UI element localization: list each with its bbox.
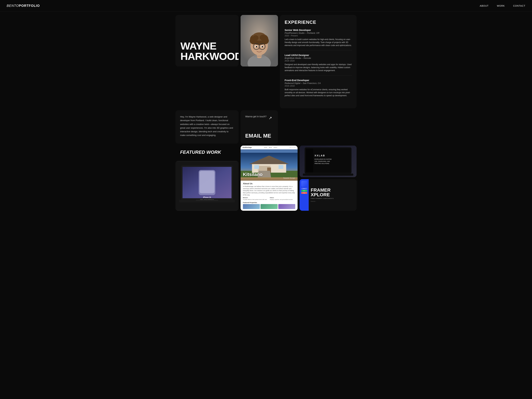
hero-name-line2: HARKWOOD <box>180 51 239 62</box>
featured-properties-label: Featured Properties <box>243 202 295 203</box>
hero-name: WAYNE HARKWOOD <box>180 41 239 62</box>
realestate-mission: Mission To guide clients to their perfec… <box>243 197 268 200</box>
svg-point-15 <box>256 46 257 48</box>
bio-card: Hey, I'm Wayne Harkwood, a web designer … <box>176 110 239 144</box>
logo-italic-part: BENTO <box>7 4 19 7</box>
svg-point-8 <box>253 35 259 41</box>
email-label[interactable]: EMAIL ME <box>245 133 273 139</box>
email-card-top: Wanna get in touch? ↗ <box>245 115 273 121</box>
realestate-nav-home: Home <box>264 147 267 148</box>
exp-3-company: Redwood Digital – San Francisco, CA <box>285 82 352 84</box>
realestate-nav-about: About <box>269 147 272 148</box>
exp-1-desc: Led a team to build custom websites for … <box>285 38 352 47</box>
exp-2-dates: 2018–2020 <box>285 60 352 62</box>
svg-rect-46 <box>306 149 313 172</box>
svg-text:iPhone 16: iPhone 16 <box>203 196 211 198</box>
nav-work[interactable]: WORK <box>497 5 505 7</box>
svg-point-9 <box>260 35 266 40</box>
realestate-about-title: About Us <box>243 182 295 185</box>
framer-blue-sidebar: Oscar John Paul <box>300 179 309 211</box>
work-card-group-3: XXLAB EXCELLENCE IN CUSTOM CNC, ENGRAVIN… <box>300 146 356 211</box>
framer-avatar-inner <box>301 181 307 187</box>
exp-3-desc: Built responsive websites for eCommerce … <box>285 88 352 97</box>
svg-text:EXCELLENCE IN CUSTOM: EXCELLENCE IN CUSTOM <box>315 158 332 160</box>
framer-reach: Reache... <box>311 201 355 202</box>
realestate-brand: RealHeritage <box>243 146 252 148</box>
realestate-values: Values Integrity, expertise, and persona… <box>270 197 295 200</box>
work-card-apple[interactable]: iPhone 16 Hello, Apple Intelligence <box>176 161 239 211</box>
exp-3-title: Front-End Developer <box>285 79 352 82</box>
cnc-laptop-svg: XXLAB EXCELLENCE IN CUSTOM CNC, ENGRAVIN… <box>300 146 356 177</box>
apple-laptop-mock: iPhone 16 Hello, Apple Intelligence <box>176 161 239 211</box>
svg-rect-23 <box>200 171 214 193</box>
email-cta-card[interactable]: Wanna get in touch? ↗ EMAIL ME <box>241 110 278 144</box>
experience-item-1: Senior Web Developer PixelPioneers Studi… <box>285 29 352 50</box>
hero-name-card: WAYNE HARKWOOD <box>176 15 239 66</box>
mission-label: Mission <box>243 197 268 198</box>
realestate-content: About Us At RealHeritage, we believe tha… <box>241 181 298 211</box>
realestate-hero-sub: Seaside Escape <box>243 177 295 179</box>
mission-text: To guide clients to their perfect home w… <box>243 199 268 200</box>
experience-item-3: Front-End Developer Redwood Digital – Sa… <box>285 79 352 100</box>
featured-work-title: FEATURED WORK <box>180 150 221 155</box>
realestate-about-text: At RealHeritage, we believe that a home … <box>243 185 295 196</box>
exp-1-dates: 2020 - Present <box>285 35 352 37</box>
property-thumb-2 <box>260 204 278 209</box>
realestate-columns: Mission To guide clients to their perfec… <box>243 197 295 200</box>
main-container: WAYNE HARKWOOD <box>172 12 360 214</box>
framer-chat-names: Oscar John Paul <box>301 188 307 194</box>
exp-1-title: Senior Web Developer <box>285 29 352 32</box>
photo-card <box>241 15 278 66</box>
experience-title: EXPERIENCE <box>285 20 352 25</box>
bio-text: Hey, I'm Wayne Harkwood, a web designer … <box>180 115 234 137</box>
bottom-bento-grid: FEATURED WORK <box>176 146 356 211</box>
svg-text:CNC, ENGRAVING, AND: CNC, ENGRAVING, AND <box>315 161 330 162</box>
nav-contact[interactable]: CONTACT <box>513 5 525 7</box>
top-bento-grid: WAYNE HARKWOOD <box>176 15 356 108</box>
svg-text:XXLAB: XXLAB <box>315 154 325 157</box>
work-card-cnc[interactable]: XXLAB EXCELLENCE IN CUSTOM CNC, ENGRAVIN… <box>300 146 356 177</box>
exp-2-desc: Designed and developed user-friendly web… <box>285 63 352 72</box>
framer-chat-oscar: Oscar <box>301 188 307 190</box>
property-thumb-3 <box>278 204 295 209</box>
framer-layout: Oscar John Paul FRAMERXPLORE FREE FRAMER… <box>300 179 356 211</box>
values-label: Values <box>270 197 295 198</box>
framer-text-content: FRAMERXPLORE FREE FRAMER COMPONENTS Reac… <box>309 179 356 211</box>
header: BENTOPORTFOLIO ABOUT WORK CONTACT <box>0 0 532 12</box>
mid-bento-grid: Hey, I'm Wayne Harkwood, a web designer … <box>176 110 356 144</box>
nav-about[interactable]: ABOUT <box>480 5 489 7</box>
featured-work-label-card: FEATURED WORK <box>176 146 239 159</box>
framer-subtitle: FREE FRAMER COMPONENTS <box>311 198 355 199</box>
hero-name-line1: WAYNE <box>180 40 216 52</box>
exp-2-title: Lead UX/UI Designer <box>285 54 352 57</box>
experience-item-2: Lead UX/UI Designer BrightByte Media – R… <box>285 54 352 76</box>
framer-chat-john: John <box>301 190 307 192</box>
values-text: Integrity, expertise, and personalized s… <box>270 199 295 200</box>
realestate-hero-section: Kitsilano Seaside Escape <box>241 149 298 181</box>
realestate-hero-title: Kitsilano <box>243 172 295 177</box>
logo-bold-part: PORTFOLIO <box>19 4 40 7</box>
profile-photo-svg <box>241 15 278 66</box>
framer-title: FRAMERXPLORE <box>311 188 355 197</box>
framer-chat-paul: Paul <box>301 192 307 194</box>
svg-rect-36 <box>279 165 284 169</box>
svg-rect-27 <box>196 200 218 201</box>
realestate-mock: RealHeritage Home About Search May 12, 2… <box>241 146 298 211</box>
realestate-nav-search: Search <box>273 147 277 148</box>
work-card-framer[interactable]: Oscar John Paul FRAMERXPLORE FREE FRAMER… <box>300 179 356 211</box>
property-thumb-1 <box>243 204 260 209</box>
wanna-text: Wanna get in touch? <box>245 115 266 118</box>
framer-avatar-block <box>301 181 307 187</box>
realestate-nav-links: Home About Search <box>264 147 277 148</box>
svg-rect-47 <box>303 173 353 176</box>
svg-point-17 <box>258 48 260 50</box>
experience-card: EXPERIENCE Senior Web Developer PixelPio… <box>280 15 356 108</box>
svg-point-16 <box>261 46 263 48</box>
realestate-nav: RealHeritage Home About Search May 12, 2… <box>241 146 298 149</box>
svg-text:PRINTING SOLUTIONS: PRINTING SOLUTIONS <box>315 163 329 164</box>
profile-photo <box>241 15 278 66</box>
logo: BENTOPORTFOLIO <box>7 4 40 8</box>
svg-rect-35 <box>254 165 259 169</box>
exp-3-dates: 2016–2018 <box>285 85 352 87</box>
work-card-realestate[interactable]: RealHeritage Home About Search May 12, 2… <box>241 146 298 211</box>
